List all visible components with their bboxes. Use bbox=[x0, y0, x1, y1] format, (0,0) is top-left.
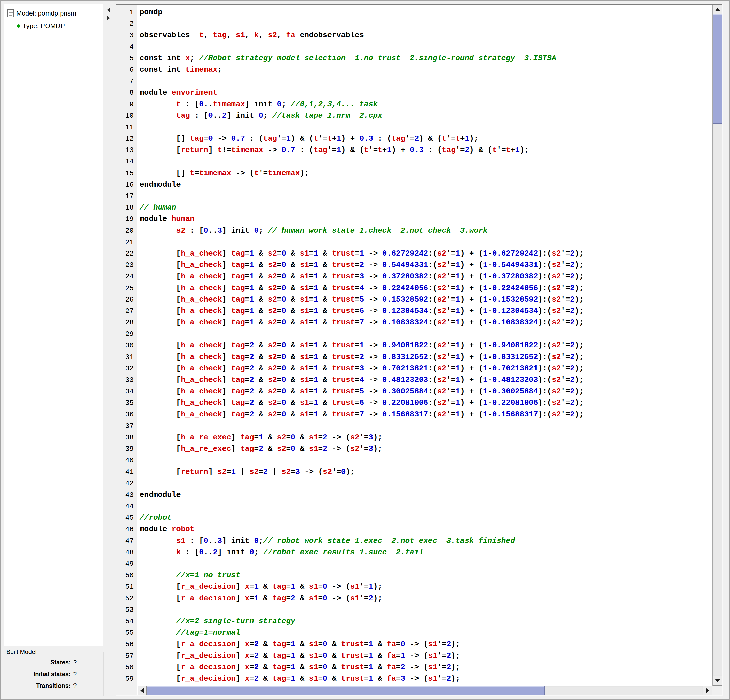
initial-states-row: Initial states: ? bbox=[4, 668, 103, 680]
code-line bbox=[140, 237, 712, 248]
code-line: [r_a_decision] x=1 & tag=1 & s1=0 -> (s1… bbox=[140, 581, 712, 592]
code-line bbox=[140, 41, 712, 53]
code-line: endmodule bbox=[140, 489, 712, 501]
line-number: 49 bbox=[116, 558, 137, 570]
line-number: 33 bbox=[116, 374, 137, 386]
scroll-up-button[interactable] bbox=[713, 4, 723, 14]
code-line: t : [0..timemax] init 0; //0,1,2,3,4... … bbox=[140, 99, 712, 110]
code-line: pomdp bbox=[140, 7, 712, 18]
line-number: 28 bbox=[116, 317, 137, 328]
code-line: tag : [0..2] init 0; //task tape 1.nrm 2… bbox=[140, 110, 712, 121]
states-value: ? bbox=[73, 659, 103, 666]
sidebar-panel: Model: pomdp.prism Type: POMDP Built Mod… bbox=[4, 4, 103, 696]
line-number: 12 bbox=[116, 133, 137, 145]
vertical-scrollbar-track[interactable] bbox=[713, 14, 722, 676]
scroll-down-button[interactable] bbox=[713, 676, 723, 685]
code-line: [h_a_check] tag=1 & s2=0 & s1=1 & trust=… bbox=[140, 248, 712, 259]
line-number: 47 bbox=[116, 535, 137, 547]
app-window: Model: pomdp.prism Type: POMDP Built Mod… bbox=[0, 0, 730, 700]
bottom-left-corner bbox=[116, 685, 137, 695]
line-number: 36 bbox=[116, 409, 137, 420]
down-arrow-icon bbox=[715, 679, 720, 682]
line-number: 52 bbox=[116, 593, 137, 604]
line-number: 7 bbox=[116, 76, 137, 87]
line-number: 23 bbox=[116, 259, 137, 271]
code-line: //robot bbox=[140, 512, 712, 523]
initial-states-value: ? bbox=[73, 671, 103, 678]
line-number: 18 bbox=[116, 202, 137, 213]
horizontal-scrollbar-thumb[interactable] bbox=[147, 686, 545, 695]
line-number: 17 bbox=[116, 190, 137, 202]
line-number: 29 bbox=[116, 328, 137, 340]
line-number: 58 bbox=[116, 662, 137, 673]
code-line bbox=[140, 18, 712, 29]
code-line: [h_a_check] tag=2 & s2=0 & s1=1 & trust=… bbox=[140, 397, 712, 409]
line-number: 46 bbox=[116, 523, 137, 535]
line-number: 42 bbox=[116, 478, 137, 489]
code-line: [r_a_decision] x=2 & tag=1 & s1=0 & trus… bbox=[140, 650, 712, 662]
line-number: 25 bbox=[116, 282, 137, 294]
code-line bbox=[140, 604, 712, 615]
vertical-scrollbar bbox=[712, 4, 722, 685]
line-number: 54 bbox=[116, 615, 137, 627]
code-line: [h_a_check] tag=1 & s2=0 & s1=1 & trust=… bbox=[140, 271, 712, 282]
divider-collapse-left-icon[interactable] bbox=[107, 7, 110, 12]
code-line: [h_a_check] tag=1 & s2=0 & s1=1 & trust=… bbox=[140, 317, 712, 328]
states-row: States: ? bbox=[4, 656, 103, 668]
transitions-label: Transitions: bbox=[4, 682, 71, 689]
code-line bbox=[140, 501, 712, 512]
built-model-title: Built Model bbox=[5, 648, 38, 656]
line-number: 44 bbox=[116, 501, 137, 512]
line-number: 41 bbox=[116, 466, 137, 478]
split-divider[interactable] bbox=[104, 4, 115, 696]
line-number: 16 bbox=[116, 179, 137, 190]
line-number: 48 bbox=[116, 547, 137, 558]
code-line: [h_a_check] tag=1 & s2=0 & s1=1 & trust=… bbox=[140, 294, 712, 305]
line-number: 57 bbox=[116, 650, 137, 662]
scroll-left-button[interactable] bbox=[137, 686, 147, 696]
line-number: 51 bbox=[116, 581, 137, 592]
line-number: 40 bbox=[116, 454, 137, 466]
line-number: 30 bbox=[116, 340, 137, 351]
code-area[interactable]: pomdpobservables t, tag, s1, k, s2, fa e… bbox=[137, 4, 712, 685]
code-line bbox=[140, 454, 712, 466]
right-arrow-icon bbox=[706, 688, 710, 693]
code-line: const int timemax; bbox=[140, 64, 712, 76]
tree-item-model[interactable]: Model: pomdp.prism bbox=[6, 7, 101, 20]
line-number: 19 bbox=[116, 213, 137, 225]
code-line: //x=2 single-turn strategy bbox=[140, 615, 712, 627]
line-number: 27 bbox=[116, 305, 137, 317]
code-line: s2 : [0..3] init 0; // human work state … bbox=[140, 225, 712, 237]
line-number: 22 bbox=[116, 248, 137, 259]
code-line bbox=[140, 156, 712, 167]
tree-item-type[interactable]: Type: POMDP bbox=[6, 20, 101, 32]
line-number: 35 bbox=[116, 397, 137, 409]
code-line: [r_a_decision] x=2 & tag=1 & s1=0 & trus… bbox=[140, 673, 712, 684]
code-line bbox=[140, 420, 712, 432]
code-line bbox=[140, 558, 712, 570]
code-line: [h_a_check] tag=2 & s2=0 & s1=1 & trust=… bbox=[140, 340, 712, 351]
code-line: endmodule bbox=[140, 179, 712, 190]
line-number: 45 bbox=[116, 512, 137, 523]
up-arrow-icon bbox=[715, 8, 720, 11]
scroll-right-button[interactable] bbox=[703, 686, 712, 696]
transitions-row: Transitions: ? bbox=[4, 680, 103, 691]
vertical-scrollbar-thumb[interactable] bbox=[713, 14, 722, 124]
code-line: const int x; //Robot strategy model sele… bbox=[140, 53, 712, 64]
code-line: [r_a_decision] x=2 & tag=1 & s1=0 & trus… bbox=[140, 662, 712, 673]
model-label: Model: pomdp.prism bbox=[16, 9, 76, 17]
transitions-value: ? bbox=[73, 682, 103, 689]
horizontal-scrollbar-track[interactable] bbox=[147, 686, 703, 695]
divider-expand-right-icon[interactable] bbox=[107, 16, 110, 20]
code-line: module envoriment bbox=[140, 87, 712, 98]
code-line: [h_a_re_exec] tag=2 & s2=0 & s1=2 -> (s2… bbox=[140, 443, 712, 454]
line-number: 13 bbox=[116, 145, 137, 156]
line-number: 20 bbox=[116, 225, 137, 237]
code-line: [h_a_re_exec] tag=1 & s2=0 & s1=2 -> (s2… bbox=[140, 432, 712, 443]
code-line bbox=[140, 478, 712, 489]
horizontal-scrollbar bbox=[137, 685, 712, 695]
code-line bbox=[140, 121, 712, 133]
line-number: 15 bbox=[116, 168, 137, 179]
tree-connector bbox=[9, 16, 13, 23]
initial-states-label: Initial states: bbox=[4, 671, 71, 678]
